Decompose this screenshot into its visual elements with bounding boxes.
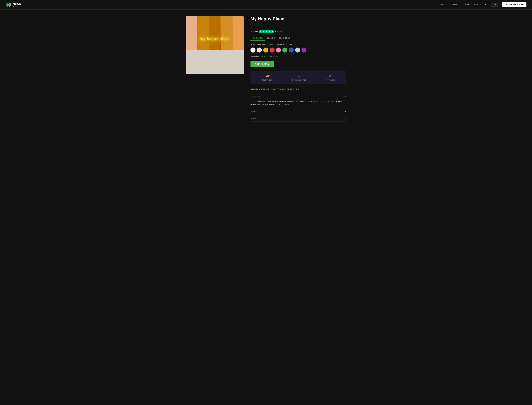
swatch-green[interactable] bbox=[282, 47, 287, 53]
nav-about[interactable]: ABOUT bbox=[464, 4, 470, 6]
accordion-description-body: Light up your happy place with this gorg… bbox=[250, 100, 346, 108]
accordion-shipping-header[interactable]: Shipping ▾ bbox=[250, 115, 346, 122]
svg-point-0 bbox=[6, 3, 9, 7]
tab-color[interactable]: 01. COLOR bbox=[250, 36, 265, 41]
product-price: $15 bbox=[250, 22, 346, 26]
panel-4 bbox=[221, 16, 232, 50]
trustpilot-label: Trustpilot bbox=[275, 30, 282, 33]
shelf-area bbox=[186, 50, 244, 74]
product-image: my happy place bbox=[186, 16, 244, 74]
chevron-down-icon: ▾ bbox=[345, 110, 346, 113]
accordion-description: Description ▾ Light up your happy place … bbox=[250, 93, 346, 108]
shipping-icon: 🚚 bbox=[266, 74, 269, 78]
chevron-up-icon: ▾ bbox=[345, 95, 346, 98]
color-wheel-link[interactable]: Get your Color Wheel bbox=[261, 55, 278, 57]
accordion-shipping: Shipping ▾ bbox=[250, 115, 346, 122]
main-nav: UPLOAD AN IMAGE ABOUT CONTACT US en ▾ CR… bbox=[441, 2, 526, 7]
nav-contact[interactable]: CONTACT US bbox=[474, 4, 486, 6]
logo-sub: loving bbox=[13, 6, 21, 7]
star-1: ★ bbox=[259, 30, 262, 33]
swatch-red[interactable] bbox=[269, 47, 275, 53]
product-details: My Happy Place $15 Neon Excellent ★ ★ ★ … bbox=[250, 16, 346, 122]
trustpilot-row: Excellent ★ ★ ★ ★ ★ Trustpilot bbox=[250, 30, 346, 33]
tab-size[interactable]: 02. SIZE bbox=[265, 36, 277, 41]
star-2: ★ bbox=[262, 30, 265, 33]
main-content: my happy place My Happy Place $15 Neon E… bbox=[177, 10, 355, 128]
color-instruction: Pick the color you want your piece to be… bbox=[250, 43, 346, 46]
nav-upload[interactable]: UPLOAD AN IMAGE bbox=[441, 4, 459, 6]
panels-background bbox=[186, 16, 244, 50]
lang-label: en bbox=[492, 4, 494, 6]
swatch-yellow[interactable] bbox=[263, 47, 268, 53]
studio-heading: FROM OUR STUDIO TO YOUR WALLS bbox=[250, 88, 346, 91]
swatch-light-blue[interactable] bbox=[295, 47, 300, 53]
logo-icon bbox=[6, 2, 12, 8]
product-image-section: my happy place bbox=[186, 16, 244, 122]
chevron-down-icon: ▾ bbox=[495, 4, 496, 6]
rating-label: Excellent bbox=[250, 30, 258, 33]
accordion-description-header[interactable]: Description ▾ bbox=[250, 93, 346, 100]
color-swatches bbox=[250, 47, 346, 53]
panel-2 bbox=[198, 16, 209, 50]
neon-sign-text: my happy place bbox=[200, 36, 230, 41]
accordion-description-label: Description bbox=[250, 96, 260, 98]
panel-5 bbox=[232, 16, 243, 50]
color-section: Pick the color you want your piece to be… bbox=[250, 43, 346, 71]
swatch-pink[interactable] bbox=[276, 47, 281, 53]
lang-selector[interactable]: en ▾ bbox=[491, 3, 498, 7]
logo-name: Neon bbox=[13, 2, 21, 6]
star-3: ★ bbox=[265, 30, 268, 33]
tabs-row: 01. COLOR 02. SIZE 03. EXTRAS bbox=[250, 36, 346, 41]
product-type: Neon bbox=[250, 27, 346, 29]
accordion-shipping-label: Shipping bbox=[250, 117, 258, 119]
benefit-guarantee: 🛡 1 year guarantee bbox=[292, 74, 306, 81]
studio-section: FROM OUR STUDIO TO YOUR WALLS Descriptio… bbox=[250, 88, 346, 122]
panel-3 bbox=[209, 16, 220, 50]
benefit-returns: ↺ Free returns bbox=[325, 74, 335, 81]
guarantee-icon: 🛡 bbox=[298, 74, 301, 78]
swatch-blue[interactable] bbox=[289, 47, 294, 53]
swatch-white[interactable] bbox=[250, 47, 256, 53]
benefit-shipping: 🚚 Free Shipping bbox=[262, 74, 273, 81]
product-title: My Happy Place bbox=[250, 16, 346, 21]
benefits-bar: 🚚 Free Shipping 🛡 1 year guarantee ↺ Fre… bbox=[250, 71, 346, 84]
header: Neon loving UPLOAD AN IMAGE ABOUT CONTAC… bbox=[0, 0, 532, 10]
accordion-material-label: Material bbox=[250, 111, 257, 113]
returns-icon: ↺ bbox=[329, 74, 331, 78]
guarantee-label: 1 year guarantee bbox=[292, 79, 306, 81]
shipping-label: Free Shipping bbox=[262, 79, 273, 81]
accordion-material-header[interactable]: Material ▾ bbox=[250, 108, 346, 115]
help-text: Need help? bbox=[250, 55, 260, 57]
svg-point-1 bbox=[8, 3, 11, 7]
logo[interactable]: Neon loving bbox=[6, 2, 21, 8]
swatch-purple[interactable] bbox=[302, 47, 306, 53]
help-row: Need help? Get your Color Wheel bbox=[250, 55, 346, 57]
tab-extras[interactable]: 03. EXTRAS bbox=[277, 36, 292, 41]
create-your-own-button[interactable]: CREATE YOUR OWN bbox=[502, 2, 526, 7]
accordion-material: Material ▾ bbox=[250, 108, 346, 115]
panel-1 bbox=[186, 16, 197, 50]
stars-row: ★ ★ ★ ★ ★ bbox=[259, 30, 274, 33]
returns-label: Free returns bbox=[325, 79, 335, 81]
chevron-down-icon-2: ▾ bbox=[345, 117, 346, 120]
swatch-cream[interactable] bbox=[257, 47, 262, 53]
star-5: ★ bbox=[271, 30, 274, 33]
add-to-bag-button[interactable]: ADD TO BAG bbox=[250, 61, 274, 67]
star-4: ★ bbox=[268, 30, 271, 33]
